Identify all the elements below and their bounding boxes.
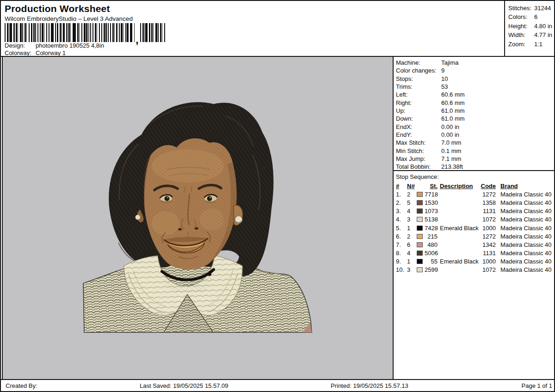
machine-row: Trims:53 (396, 83, 555, 91)
thread-color-swatch (417, 259, 423, 264)
stop-row: 8.4 5006 1131Madeira Classic 40 (396, 249, 555, 257)
stat-width: Width:4.77 in (508, 31, 555, 39)
design-barcode: , (5, 23, 166, 42)
machine-info-block: Machine:Tajima Color changes:9 Stops:10 … (394, 57, 555, 171)
thread-color-swatch (417, 234, 423, 239)
colorway-row: Colorway: Colorway 1 (5, 49, 236, 56)
barcode-bars-tail (140, 23, 166, 42)
design-label: Design: (5, 42, 36, 49)
stop-sequence-title: Stop Sequence: (396, 173, 555, 181)
created-by-label: Created By: (6, 382, 37, 389)
machine-row: Total Bobbin:213.38ft (396, 163, 555, 171)
machine-row: Max Stitch:7.0 mm (396, 139, 555, 147)
barcode-comma: , (135, 37, 140, 42)
last-saved-label: Last Saved: 19/05/2025 15.57.09 (140, 382, 228, 389)
thread-color-swatch (417, 251, 423, 256)
machine-row: EndY:0.00 in (396, 131, 555, 139)
stop-row: 2.5 1530 1358Madeira Classic 40 (396, 198, 555, 207)
colorway-label: Colorway: (5, 49, 36, 56)
machine-row: Min Stitch:0.1 mm (396, 147, 555, 155)
footer: Created By: Last Saved: 19/05/2025 15.57… (1, 379, 555, 392)
thread-color-swatch (417, 226, 423, 231)
production-worksheet-page: Production Worksheet Wilcom EmbroiderySt… (0, 0, 555, 392)
stop-row: 10.3 2599 1072Madeira Classic 40 (396, 266, 555, 274)
stop-row: 1.2 7718 1272Madeira Classic 40 (396, 190, 555, 198)
machine-row: Right:60.6 mm (396, 99, 555, 107)
stop-row: 5.1 7428Emerald Black 1000Madeira Classi… (396, 224, 555, 232)
design-preview-illustration (3, 57, 393, 379)
thread-color-swatch (417, 267, 423, 272)
stat-height: Height:4.80 in (508, 22, 555, 31)
stat-colors: Colors:6 (508, 12, 555, 21)
stats-box: Stitches:31244 Colors:6 Height:4.80 in W… (504, 1, 555, 56)
stat-stitches: Stitches:31244 (508, 4, 555, 12)
thread-color-swatch (417, 242, 423, 247)
software-subtitle: Wilcom EmbroideryStudio – Level 3 Advanc… (5, 15, 133, 22)
stop-sequence-block: Stop Sequence: # N# St. Description Code… (394, 171, 555, 274)
stop-row: 4.3 5138 1072Madeira Classic 40 (396, 215, 555, 224)
page-number: Page 1 of 1 (522, 382, 553, 389)
machine-row: Stops:10 (396, 75, 555, 83)
stop-row: 3.4 1073 1131Madeira Classic 40 (396, 207, 555, 215)
printed-label: Printed: 19/05/2025 15.57.13 (331, 382, 408, 389)
stop-row: 7.6 480 1342Madeira Classic 40 (396, 240, 555, 249)
thread-color-swatch (417, 200, 423, 205)
design-row: Design: photoembro 190525 4,8in (5, 42, 236, 49)
right-panel: Machine:Tajima Color changes:9 Stops:10 … (393, 57, 555, 379)
thread-color-swatch (417, 192, 423, 197)
design-canvas (2, 57, 393, 379)
page-title: Production Worksheet (5, 3, 110, 14)
barcode-bars-main (5, 23, 135, 42)
machine-row: Down:61.0 mm (396, 115, 555, 122)
machine-row: Max Jump:7.1 mm (396, 155, 555, 163)
thread-color-swatch (417, 208, 423, 214)
stat-zoom: Zoom:1:1 (508, 40, 555, 49)
machine-row: Up:61.0 mm (396, 107, 555, 115)
stop-sequence-header: # N# St. Description Code Brand (396, 182, 555, 190)
design-value: photoembro 190525 4,8in (36, 42, 236, 49)
machine-row: Left:60.6 mm (396, 91, 555, 98)
machine-row: Machine:Tajima (396, 59, 555, 67)
colorway-value: Colorway 1 (36, 49, 236, 56)
machine-row: EndX:0.00 in (396, 123, 555, 131)
stop-row: 9.1 55Emerald Black 1000Madeira Classic … (396, 257, 555, 266)
pearl-earring-left (136, 215, 141, 220)
thread-color-swatch (417, 217, 423, 222)
stop-row: 6.2 215 1272Madeira Classic 40 (396, 232, 555, 240)
machine-row: Color changes:9 (396, 67, 555, 74)
header: Production Worksheet Wilcom EmbroiderySt… (1, 1, 555, 57)
